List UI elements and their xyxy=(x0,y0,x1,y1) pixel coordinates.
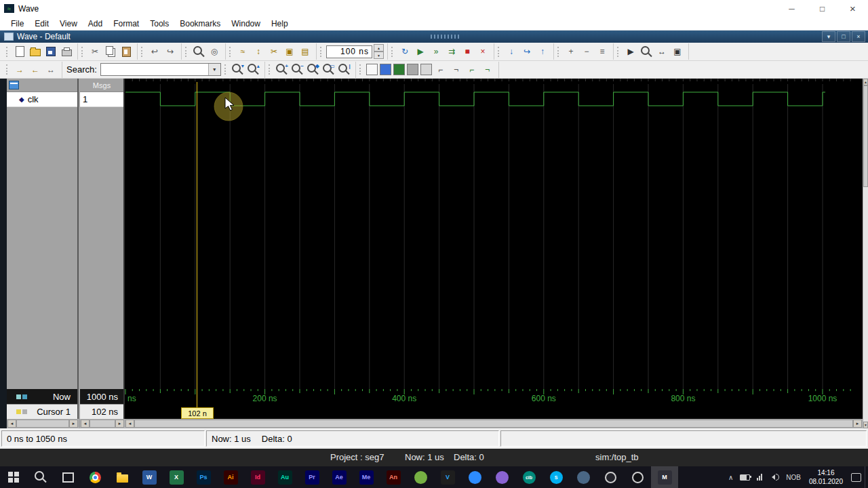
analog-display-toggle[interactable] xyxy=(407,64,418,75)
zoom-out-button[interactable]: − xyxy=(290,62,305,77)
chrome-icon[interactable] xyxy=(81,466,108,488)
collapse-time-button[interactable]: − xyxy=(579,44,594,59)
pan-mode-button[interactable]: ↔ xyxy=(654,44,669,59)
scroll-left-button[interactable]: ◄ xyxy=(81,420,90,428)
indesign-icon[interactable]: Id xyxy=(244,466,271,488)
scroll-left-button[interactable]: ◄ xyxy=(125,420,134,428)
logic-display-toggle[interactable] xyxy=(380,64,391,75)
zoom-in-button[interactable]: + xyxy=(275,62,290,77)
scroll-up-button[interactable]: ▲ xyxy=(863,79,868,85)
zoom-full-button[interactable]: ◆ xyxy=(306,62,321,77)
skype-icon[interactable]: S xyxy=(542,466,570,488)
action-center-icon[interactable] xyxy=(848,466,865,488)
open-file-button[interactable] xyxy=(28,44,43,59)
run-length-field[interactable]: 100 ns xyxy=(326,45,372,58)
blue-app-icon[interactable] xyxy=(461,466,488,488)
start-button-icon[interactable] xyxy=(0,466,27,488)
show-drivers-button[interactable]: → xyxy=(12,62,27,77)
search-dropdown-button[interactable]: ▼ xyxy=(208,64,220,75)
run-all-button[interactable]: ⇉ xyxy=(444,44,459,59)
zoom-range-button[interactable]: ▭ xyxy=(321,62,336,77)
scrollbar-thumb[interactable] xyxy=(90,420,115,428)
photoshop-icon[interactable]: Ps xyxy=(190,466,217,488)
signal-values-panel[interactable]: Msgs 1 xyxy=(80,79,125,428)
illustrator-icon[interactable]: Ai xyxy=(217,466,244,488)
show-readers-button[interactable]: ← xyxy=(28,62,43,77)
signal-names-panel[interactable]: ◆clk xyxy=(7,79,79,428)
premiere-pro-icon[interactable]: Pr xyxy=(298,466,326,488)
cursor-row-value-cell[interactable]: 102 ns xyxy=(80,404,123,419)
zoom-mode-button[interactable] xyxy=(639,44,654,59)
globe-app-icon[interactable] xyxy=(570,466,597,488)
names-scrollbar[interactable]: ◄ ► xyxy=(7,419,79,428)
wave-paste-button[interactable]: ▤ xyxy=(298,44,313,59)
undo-button[interactable]: ↩ xyxy=(147,44,162,59)
add-cursor-button[interactable]: ↕ xyxy=(251,44,266,59)
language-indicator[interactable]: NOB xyxy=(783,466,804,488)
wave-horizontal-scrollbar[interactable]: ◄ ► xyxy=(125,419,863,428)
paste-button[interactable] xyxy=(119,44,134,59)
wave-copy-button[interactable]: ▣ xyxy=(282,44,297,59)
compare-display-toggle[interactable] xyxy=(420,64,432,75)
signal-value[interactable]: 1 xyxy=(80,92,123,107)
expand-time-button[interactable]: + xyxy=(564,44,578,59)
media-encoder-icon[interactable]: Me xyxy=(353,466,380,488)
next-falling-edge-button[interactable]: ¬ xyxy=(480,62,495,77)
minimize-button[interactable]: ─ xyxy=(776,0,807,17)
wave-pane-header[interactable]: Wave - Default ▾ □ × xyxy=(0,30,868,43)
menu-tools[interactable]: Tools xyxy=(144,19,174,28)
search-previous-button[interactable]: ▴ xyxy=(246,62,261,77)
obs-studio-icon[interactable] xyxy=(597,466,624,488)
cursor-time-flag[interactable]: 102 n xyxy=(181,407,214,419)
word-icon[interactable]: W xyxy=(136,466,163,488)
search-input[interactable] xyxy=(101,64,208,75)
time-cursor-line[interactable] xyxy=(197,82,197,419)
run-length-increase-button[interactable]: ▲ xyxy=(374,44,384,52)
vscode-icon[interactable]: V xyxy=(434,466,461,488)
print-button[interactable] xyxy=(59,44,74,59)
waveform-canvas[interactable] xyxy=(125,79,863,389)
menu-view[interactable]: View xyxy=(54,19,83,28)
modelsim-icon[interactable]: M xyxy=(651,466,678,488)
menu-format[interactable]: Format xyxy=(108,19,144,28)
scroll-right-button[interactable]: ► xyxy=(853,420,862,428)
menu-help[interactable]: Help xyxy=(266,19,294,28)
pane-dock-button[interactable]: ▾ xyxy=(822,31,835,42)
scrollbar-thumb[interactable] xyxy=(863,85,868,187)
show-desktop-button[interactable] xyxy=(865,466,868,488)
wave-vertical-scrollbar[interactable]: ▲ ▼ xyxy=(863,79,868,428)
goto-time-button[interactable]: ◎ xyxy=(207,44,222,59)
redo-button[interactable]: ↪ xyxy=(163,44,178,59)
step-over-button[interactable]: ↪ xyxy=(519,44,534,59)
task-view-button-icon[interactable] xyxy=(54,466,81,488)
menu-edit[interactable]: Edit xyxy=(29,19,54,28)
add-wave-button[interactable]: ≈ xyxy=(235,44,250,59)
stop-button[interactable]: × xyxy=(475,44,490,59)
volume-icon[interactable] xyxy=(766,466,783,488)
scroll-down-button[interactable]: ▼ xyxy=(863,422,868,428)
menu-file[interactable]: File xyxy=(5,19,29,28)
animate-icon[interactable]: An xyxy=(380,466,407,488)
taskbar-clock[interactable]: 14:16 08.01.2020 xyxy=(804,468,848,486)
scrollbar-thumb[interactable] xyxy=(134,420,853,428)
values-scrollbar[interactable]: ◄ ► xyxy=(80,419,125,428)
next-transition-button[interactable]: ¬ xyxy=(449,62,464,77)
show-list-button[interactable]: ≡ xyxy=(595,44,610,59)
continue-run-button[interactable]: » xyxy=(429,44,443,59)
signal-row[interactable]: ◆clk xyxy=(7,92,77,107)
event-display-toggle[interactable] xyxy=(393,64,405,75)
cursor-track[interactable] xyxy=(125,407,863,419)
maximize-button[interactable]: □ xyxy=(807,0,837,17)
menu-add[interactable]: Add xyxy=(83,19,108,28)
scrollbar-thumb[interactable] xyxy=(16,420,69,428)
restart-button[interactable]: ↻ xyxy=(397,44,412,59)
network-icon[interactable] xyxy=(753,466,766,488)
menu-bookmarks[interactable]: Bookmarks xyxy=(174,19,226,28)
green-app-icon[interactable] xyxy=(407,466,434,488)
battery-icon[interactable] xyxy=(736,466,753,488)
scroll-right-button[interactable]: ► xyxy=(69,420,78,428)
wave-cut-button[interactable]: ✂ xyxy=(267,44,281,59)
search-button-icon[interactable] xyxy=(27,466,54,488)
cursor-row-label-cell[interactable]: Cursor 1 xyxy=(7,404,77,419)
copy-button[interactable] xyxy=(103,44,118,59)
